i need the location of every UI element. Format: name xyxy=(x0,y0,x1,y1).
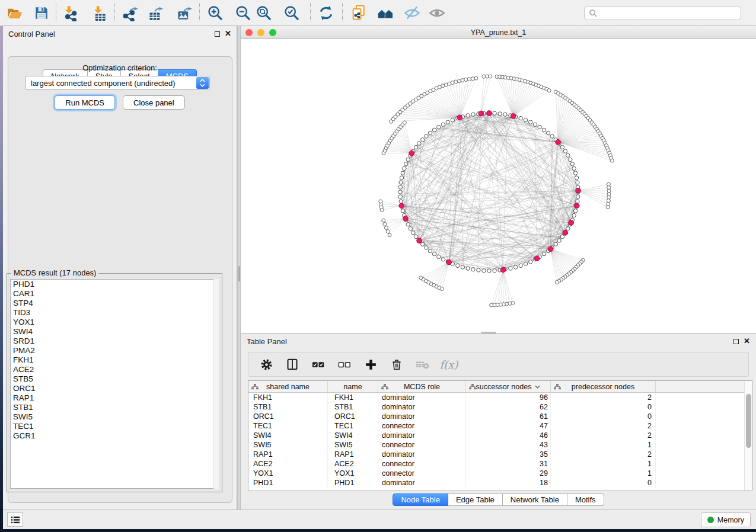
network-node[interactable] xyxy=(446,120,449,124)
table-row[interactable]: TEC1TEC1connector472 xyxy=(248,421,752,431)
network-node[interactable] xyxy=(524,262,527,265)
network-node[interactable] xyxy=(509,267,512,270)
mcds-result-item[interactable]: CAR1 xyxy=(11,289,218,299)
memory-button[interactable]: Memory xyxy=(701,512,751,527)
mcds-result-item[interactable]: TID3 xyxy=(11,308,218,318)
tab-network-table[interactable]: Network Table xyxy=(503,493,567,506)
network-node[interactable] xyxy=(441,123,445,126)
network-node[interactable] xyxy=(441,258,445,261)
mcds-result-list[interactable]: PHD1CAR1STP4TID3YOX1SWI4SRD1PMA2FKH1ACE2… xyxy=(10,279,219,489)
mcds-result-item[interactable]: GCR1 xyxy=(11,431,218,441)
network-node[interactable] xyxy=(428,131,432,134)
network-node[interactable] xyxy=(493,269,496,273)
task-history-button[interactable] xyxy=(7,512,23,527)
network-node[interactable] xyxy=(457,79,461,83)
network-node[interactable] xyxy=(560,145,564,149)
close-panel-icon[interactable]: ✕ xyxy=(225,31,231,37)
network-node[interactable] xyxy=(432,252,436,256)
network-node[interactable] xyxy=(414,235,417,238)
network-node[interactable] xyxy=(489,75,492,78)
network-node[interactable] xyxy=(437,255,441,258)
network-node[interactable] xyxy=(490,303,493,307)
mcds-hub-node[interactable] xyxy=(556,140,561,145)
network-node[interactable] xyxy=(411,231,414,235)
network-node[interactable] xyxy=(386,230,390,233)
import-network-icon[interactable] xyxy=(59,2,81,24)
network-node[interactable] xyxy=(572,166,576,170)
network-node[interactable] xyxy=(560,235,564,238)
column-header-MCDS-role[interactable]: MCDS role xyxy=(378,381,466,392)
mcds-result-item[interactable]: STB1 xyxy=(11,403,218,412)
network-node[interactable] xyxy=(414,145,417,149)
network-node[interactable] xyxy=(401,171,404,175)
network-node[interactable] xyxy=(451,81,454,85)
network-node[interactable] xyxy=(550,134,554,138)
network-node[interactable] xyxy=(421,138,425,142)
export-image-icon[interactable] xyxy=(173,2,194,24)
network-node[interactable] xyxy=(388,233,391,237)
network-node[interactable] xyxy=(610,159,614,162)
select-all-icon[interactable] xyxy=(311,357,326,371)
mcds-hub-node[interactable] xyxy=(511,114,516,119)
float-panel-icon[interactable] xyxy=(215,31,220,37)
network-node[interactable] xyxy=(398,185,402,189)
mcds-result-item[interactable]: TEC1 xyxy=(11,422,218,431)
network-node[interactable] xyxy=(487,269,491,273)
network-node[interactable] xyxy=(471,77,474,81)
mcds-result-item[interactable]: FKH1 xyxy=(11,355,218,365)
network-node[interactable] xyxy=(529,260,532,264)
float-panel-icon[interactable] xyxy=(733,339,739,344)
show-column-panel-icon[interactable] xyxy=(285,357,299,371)
network-node[interactable] xyxy=(401,209,404,213)
run-mcds-button[interactable]: Run MCDS xyxy=(55,95,115,110)
tab-edge-table[interactable]: Edge Table xyxy=(448,493,503,506)
network-canvas[interactable] xyxy=(241,39,756,333)
hide-selected-icon[interactable] xyxy=(401,2,423,24)
network-node[interactable] xyxy=(576,195,580,198)
network-node[interactable] xyxy=(573,171,577,175)
mcds-list-scrollbar[interactable] xyxy=(213,279,219,489)
network-node[interactable] xyxy=(398,190,402,194)
mcds-result-item[interactable]: ORC1 xyxy=(11,384,218,393)
add-column-icon[interactable] xyxy=(363,357,378,371)
close-panel-button[interactable]: Close panel xyxy=(123,95,185,110)
network-node[interactable] xyxy=(466,114,470,117)
network-node[interactable] xyxy=(555,281,559,284)
table-scrollbar-thumb[interactable] xyxy=(746,394,751,448)
table-row[interactable]: RAP1RAP1dominator352 xyxy=(248,450,752,459)
splitter-handle[interactable] xyxy=(238,266,240,281)
network-node[interactable] xyxy=(425,134,428,138)
zoom-selected-icon[interactable] xyxy=(281,2,302,24)
network-node[interactable] xyxy=(607,186,611,190)
open-file-icon[interactable] xyxy=(4,2,25,24)
tab-node-table[interactable]: Node Table xyxy=(393,493,448,506)
network-node[interactable] xyxy=(437,125,441,129)
import-table-icon[interactable] xyxy=(88,2,110,24)
mcds-result-item[interactable]: YOX1 xyxy=(11,318,218,327)
network-node[interactable] xyxy=(425,246,428,249)
network-node[interactable] xyxy=(547,89,551,92)
mcds-hub-node[interactable] xyxy=(487,111,492,116)
network-node[interactable] xyxy=(542,252,546,256)
function-builder-icon[interactable]: f(x) xyxy=(442,357,456,371)
network-node[interactable] xyxy=(404,162,408,166)
network-node[interactable] xyxy=(493,111,496,115)
zoom-out-icon[interactable] xyxy=(232,2,254,24)
network-node[interactable] xyxy=(575,176,578,180)
duplicate-network-icon[interactable] xyxy=(348,2,369,24)
network-node[interactable] xyxy=(569,158,572,161)
network-node[interactable] xyxy=(554,242,557,246)
table-row[interactable]: YOX1YOX1connector291 xyxy=(248,469,752,478)
network-node[interactable] xyxy=(606,206,610,209)
network-node[interactable] xyxy=(566,153,570,157)
delete-column-icon[interactable] xyxy=(390,357,404,371)
network-node[interactable] xyxy=(546,131,550,134)
network-node[interactable] xyxy=(383,222,387,226)
network-node[interactable] xyxy=(524,118,527,122)
network-node[interactable] xyxy=(519,264,522,267)
close-panel-icon[interactable]: ✕ xyxy=(744,338,750,344)
network-node[interactable] xyxy=(513,265,517,269)
deselect-all-icon[interactable] xyxy=(337,357,352,371)
mcds-hub-node[interactable] xyxy=(409,150,414,156)
network-node[interactable] xyxy=(468,78,471,81)
